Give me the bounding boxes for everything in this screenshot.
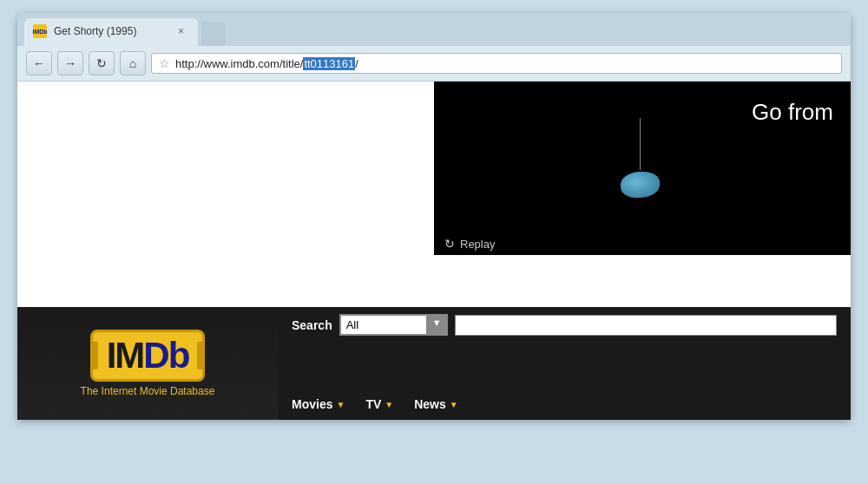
imdb-category-select[interactable]: All bbox=[340, 315, 427, 335]
dangle-line bbox=[640, 118, 641, 170]
active-tab[interactable]: IMDb Get Shorty (1995) × bbox=[24, 18, 198, 46]
tab-title: Get Shorty (1995) bbox=[54, 25, 168, 37]
white-bg-left bbox=[17, 82, 425, 305]
nav-movies-arrow: ▼ bbox=[336, 400, 345, 409]
imdb-badge: IMDb bbox=[90, 330, 206, 382]
nav-tv-label: TV bbox=[365, 397, 381, 411]
nav-movies[interactable]: Movies ▼ bbox=[292, 397, 345, 411]
navigation-bar: ← → ↻ ⌂ ☆ http://www.imdb.com/title/tt01… bbox=[17, 46, 851, 82]
imdb-search-label: Search bbox=[292, 318, 332, 332]
go-from-text: Go from bbox=[752, 99, 833, 126]
dangle-shape bbox=[621, 172, 660, 198]
nav-tv[interactable]: TV ▼ bbox=[365, 397, 393, 411]
video-content: Go from bbox=[434, 82, 851, 232]
new-tab-button[interactable] bbox=[201, 22, 226, 46]
tab-close-button[interactable]: × bbox=[174, 23, 187, 39]
address-suffix: / bbox=[355, 57, 358, 70]
imdb-header: IMDb The Internet Movie Database Search … bbox=[17, 307, 851, 420]
nav-movies-label: Movies bbox=[292, 397, 332, 411]
imdb-search-row: Search All ▼ bbox=[292, 314, 837, 336]
nav-tv-arrow: ▼ bbox=[385, 400, 393, 409]
bookmark-icon[interactable]: ☆ bbox=[159, 56, 170, 70]
tab-bar: IMDb Get Shorty (1995) × bbox=[17, 13, 851, 46]
dangling-object bbox=[621, 118, 660, 198]
page-content: Go from ↻ Replay IMDb The Interne bbox=[17, 82, 851, 420]
tab-favicon: IMDb bbox=[33, 24, 47, 38]
address-bar[interactable]: ☆ http://www.imdb.com/title/tt0113161/ bbox=[151, 53, 842, 74]
back-button[interactable]: ← bbox=[26, 51, 52, 75]
video-area: Go from ↻ Replay bbox=[434, 82, 851, 255]
imdb-select-value: All bbox=[346, 318, 358, 331]
nav-news-label: News bbox=[414, 397, 446, 411]
replay-icon: ↻ bbox=[444, 237, 455, 251]
replay-label[interactable]: Replay bbox=[460, 238, 495, 251]
imdb-select-arrow[interactable]: ▼ bbox=[427, 315, 447, 335]
address-prefix: http://www.imdb.com/title/ bbox=[175, 57, 303, 70]
nav-news-arrow: ▼ bbox=[450, 400, 458, 409]
browser-window: IMDb Get Shorty (1995) × ← → ↻ ⌂ ☆ http:… bbox=[17, 13, 851, 420]
imdb-search-input[interactable] bbox=[455, 315, 837, 336]
nav-news[interactable]: News ▼ bbox=[414, 397, 457, 411]
imdb-menu-row: Movies ▼ TV ▼ News ▼ bbox=[292, 397, 837, 411]
imdb-logo-text: IMDb bbox=[107, 337, 189, 374]
imdb-tagline: The Internet Movie Database bbox=[81, 385, 215, 397]
address-highlight: tt0113161 bbox=[303, 57, 355, 70]
imdb-select-wrapper[interactable]: All ▼ bbox=[339, 314, 448, 336]
address-text: http://www.imdb.com/title/tt0113161/ bbox=[175, 57, 834, 70]
imdb-logo-area: IMDb The Internet Movie Database bbox=[17, 307, 278, 420]
video-footer: ↻ Replay bbox=[434, 232, 851, 255]
forward-button[interactable]: → bbox=[57, 51, 83, 75]
refresh-button[interactable]: ↻ bbox=[89, 51, 115, 75]
home-button[interactable]: ⌂ bbox=[120, 51, 146, 75]
imdb-nav-area: Search All ▼ Movies ▼ bbox=[278, 307, 851, 420]
